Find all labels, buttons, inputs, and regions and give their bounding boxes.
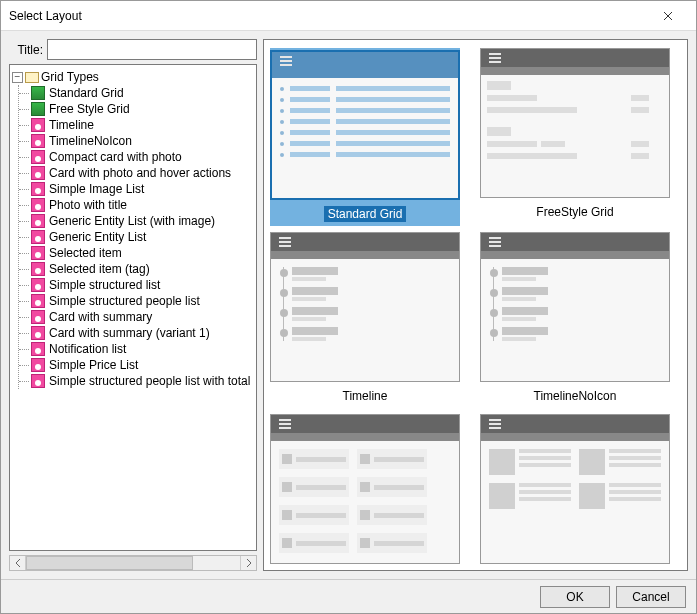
tree-node-label: Card with summary (variant 1) (49, 326, 210, 340)
gallery-item-label: FreeStyle Grid (532, 204, 617, 220)
tree-root[interactable]: −Grid Types (12, 69, 254, 85)
layout-thumbnail (270, 50, 460, 200)
expand-toggle[interactable]: − (12, 72, 23, 83)
layout-icon (31, 134, 45, 148)
gallery-item-label: Timeline (339, 388, 392, 404)
tree-node-label: Generic Entity List (49, 230, 146, 244)
tree-node[interactable]: Simple Image List (31, 181, 254, 197)
tree-root-label: Grid Types (41, 70, 99, 84)
scroll-track[interactable] (26, 556, 240, 570)
gallery-item-label (571, 570, 579, 571)
tree-node[interactable]: Simple structured people list (31, 293, 254, 309)
tree-node[interactable]: Compact card with photo (31, 149, 254, 165)
layout-icon (31, 342, 45, 356)
tree-node[interactable]: Card with summary (31, 309, 254, 325)
tree-node-label: Simple Image List (49, 182, 144, 196)
tree-node[interactable]: Card with photo and hover actions (31, 165, 254, 181)
tree-node-label: Notification list (49, 342, 126, 356)
layout-thumbnail (480, 48, 670, 198)
hamburger-icon (489, 417, 501, 431)
hamburger-icon (489, 51, 501, 65)
gallery-item[interactable]: TimelineNoIcon (480, 232, 670, 408)
tree-node[interactable]: Notification list (31, 341, 254, 357)
layout-icon (31, 230, 45, 244)
tree-node-label: Card with photo and hover actions (49, 166, 231, 180)
title-input[interactable] (47, 39, 257, 60)
dialog-window: Select Layout Title: −Grid TypesStandard… (0, 0, 697, 614)
title-label: Title: (9, 43, 43, 57)
window-title: Select Layout (9, 9, 648, 23)
tree-node[interactable]: Card with summary (variant 1) (31, 325, 254, 341)
tree-node-label: Compact card with photo (49, 150, 182, 164)
layout-thumbnail (270, 414, 460, 564)
gallery-item[interactable]: Timeline (270, 232, 460, 408)
gallery-item[interactable] (270, 414, 460, 571)
scroll-right-button[interactable] (240, 556, 256, 570)
close-icon (663, 11, 673, 21)
layout-icon (31, 358, 45, 372)
gallery-item-label: Standard Grid (324, 206, 407, 222)
tree-node-label: Photo with title (49, 198, 127, 212)
tree-pane[interactable]: −Grid TypesStandard GridFree Style GridT… (9, 64, 257, 551)
tree-node-label: TimelineNoIcon (49, 134, 132, 148)
scroll-thumb[interactable] (26, 556, 193, 570)
cancel-button[interactable]: Cancel (616, 586, 686, 608)
grid-icon (31, 102, 45, 116)
tree-node-label: Selected item (tag) (49, 262, 150, 276)
layout-icon (31, 262, 45, 276)
tree-node[interactable]: Generic Entity List (31, 229, 254, 245)
tree-node-label: Selected item (49, 246, 122, 260)
folder-icon (25, 72, 39, 83)
tree-node-label: Simple structured people list (49, 294, 200, 308)
tree-node[interactable]: Standard Grid (31, 85, 254, 101)
layout-icon (31, 374, 45, 388)
gallery-item-label: TimelineNoIcon (530, 388, 621, 404)
tree-node[interactable]: Selected item (tag) (31, 261, 254, 277)
layout-thumbnail (480, 232, 670, 382)
layout-icon (31, 166, 45, 180)
hamburger-icon (280, 54, 292, 68)
tree-node-label: Timeline (49, 118, 94, 132)
ok-button[interactable]: OK (540, 586, 610, 608)
layout-icon (31, 278, 45, 292)
layout-icon (31, 118, 45, 132)
tree-node[interactable]: Free Style Grid (31, 101, 254, 117)
chevron-left-icon (15, 559, 21, 567)
tree-node-label: Simple structured people list with total (49, 374, 250, 388)
layout-icon (31, 310, 45, 324)
gallery-item-label (361, 570, 369, 571)
tree-node[interactable]: Simple structured people list with total (31, 373, 254, 389)
gallery-item[interactable]: Standard Grid (270, 48, 460, 226)
tree-node-label: Card with summary (49, 310, 152, 324)
gallery-item[interactable] (480, 414, 670, 571)
tree-node[interactable]: Photo with title (31, 197, 254, 213)
close-button[interactable] (648, 1, 688, 30)
horizontal-scrollbar[interactable] (9, 555, 257, 571)
hamburger-icon (279, 417, 291, 431)
tree-node-label: Simple structured list (49, 278, 160, 292)
layout-gallery[interactable]: Standard GridFreeStyle GridTimelineTimel… (263, 39, 688, 571)
dialog-body: Title: −Grid TypesStandard GridFree Styl… (1, 31, 696, 579)
layout-icon (31, 150, 45, 164)
tree-node[interactable]: Selected item (31, 245, 254, 261)
layout-icon (31, 214, 45, 228)
title-field-row: Title: (9, 39, 257, 60)
tree-node[interactable]: Generic Entity List (with image) (31, 213, 254, 229)
tree-node[interactable]: TimelineNoIcon (31, 133, 254, 149)
dialog-footer: OK Cancel (1, 579, 696, 613)
tree-node[interactable]: Timeline (31, 117, 254, 133)
tree-node[interactable]: Simple Price List (31, 357, 254, 373)
tree-node-label: Standard Grid (49, 86, 124, 100)
tree-node-label: Simple Price List (49, 358, 138, 372)
layout-icon (31, 326, 45, 340)
tree-node[interactable]: Simple structured list (31, 277, 254, 293)
tree-node-label: Free Style Grid (49, 102, 130, 116)
layout-icon (31, 198, 45, 212)
gallery-item[interactable]: FreeStyle Grid (480, 48, 670, 226)
grid-icon (31, 86, 45, 100)
layout-icon (31, 294, 45, 308)
scroll-left-button[interactable] (10, 556, 26, 570)
hamburger-icon (279, 235, 291, 249)
layout-thumbnail (270, 232, 460, 382)
chevron-right-icon (246, 559, 252, 567)
